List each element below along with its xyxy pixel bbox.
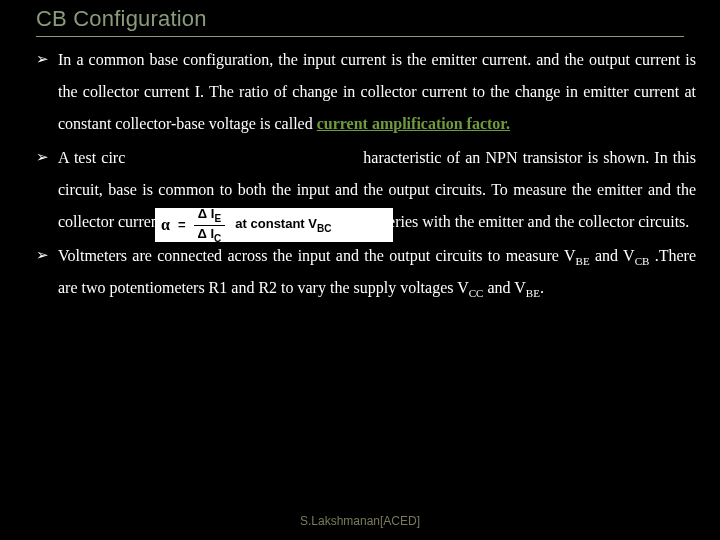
slide-body: In a common base configuration, the inpu… [36, 44, 696, 500]
formula-den-sub: C [214, 232, 221, 243]
formula-num: Δ IE [194, 207, 225, 226]
formula-alpha: α [161, 209, 170, 241]
formula-rest: at constant VBC [235, 211, 331, 239]
b3-sub2: CB [635, 255, 650, 267]
formula-rest-sub: BC [317, 223, 331, 234]
footer-text: S.Lakshmanan[ACED] [0, 514, 720, 528]
bullet-1: In a common base configuration, the inpu… [36, 44, 696, 140]
formula-rest-pre: at constant V [235, 216, 317, 231]
formula-den: Δ IC [194, 226, 226, 244]
formula-image: α = Δ IE Δ IC at constant VBC [155, 208, 393, 242]
bullet-3: Voltmeters are connected across the inpu… [36, 240, 696, 304]
formula-num-sub: E [214, 213, 221, 224]
b3-sub3: CC [469, 287, 484, 299]
formula-num-pre: Δ I [198, 206, 215, 221]
formula-den-pre: Δ I [198, 226, 215, 241]
formula-fraction: Δ IE Δ IC [194, 207, 226, 243]
bullet-1-highlight: current amplification factor. [317, 115, 510, 132]
bullet-list: In a common base configuration, the inpu… [36, 44, 696, 304]
slide-title: CB Configuration [36, 6, 684, 37]
b3-sub4: BE [526, 287, 540, 299]
b3-sub1: BE [576, 255, 590, 267]
b3-d: and V [483, 279, 525, 296]
title-wrap: CB Configuration [36, 6, 684, 37]
formula-eq: = [178, 212, 186, 238]
slide: CB Configuration In a common base config… [0, 0, 720, 540]
bullet-2-pre: A test circ [58, 149, 125, 166]
b3-e: . [540, 279, 544, 296]
b3-b: and V [590, 247, 635, 264]
b3-a: Voltmeters are connected across the inpu… [58, 247, 576, 264]
